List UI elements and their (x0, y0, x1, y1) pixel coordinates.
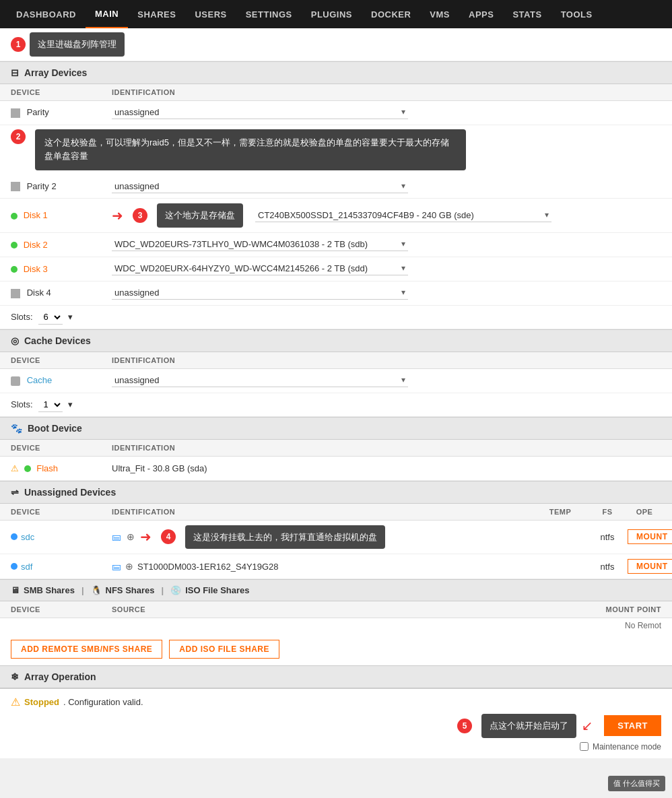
unassigned-icon: ⇌ (11, 487, 19, 498)
disk1-select[interactable]: CT240BX500SSD1_2145337094CF4B9 - 240 GB … (255, 209, 551, 222)
table-row: Disk 4 unassigned (0, 281, 672, 306)
flash-link[interactable]: Flash (36, 463, 58, 473)
disk4-device: Disk 4 (11, 288, 112, 298)
disk2-select[interactable]: WDC_WD20EURS-73TLHY0_WD-WMC4M0361038 - 2… (112, 238, 408, 251)
cache-select[interactable]: unassigned (112, 374, 408, 387)
parity-device: Parity (11, 107, 112, 118)
sdc-row: sdc 🖴 ⊕ ➜ 4 这是没有挂载上去的，我打算直通给虚拟机的盘 ntfs M… (0, 521, 672, 555)
sdf-ope: MOUNT (628, 559, 661, 574)
add-smb-nfs-button[interactable]: ADD REMOTE SMB/NFS SHARE (11, 640, 162, 659)
arrow-icon-3: ➜ (112, 207, 123, 224)
nav-apps[interactable]: APPS (459, 1, 503, 28)
parity2-label: Parity 2 (27, 181, 57, 191)
unassigned-header: ⇌ Unassigned Devices (0, 481, 672, 504)
parity-select[interactable]: unassigned (112, 106, 408, 119)
disk1-id: ➜ 3 这个地方是存储盘 CT240BX500SSD1_2145337094CF… (112, 203, 661, 228)
plus-icon-sdc: ⊕ (127, 531, 135, 542)
disk1-link[interactable]: Disk 1 (24, 210, 48, 220)
array-devices-icon: ⊟ (11, 67, 19, 78)
navigation: DASHBOARD MAIN SHARES USERS SETTINGS PLU… (0, 0, 672, 28)
sdf-dot (11, 563, 18, 570)
start-button[interactable]: START (604, 715, 661, 736)
flash-status-dot (24, 465, 31, 472)
sdf-row: sdf 🖴 ⊕ ST1000DM003-1ER162_S4Y19G28 ntfs… (0, 554, 672, 579)
sdf-fs: ntfs (587, 562, 628, 572)
nav-shares[interactable]: SHARES (128, 1, 185, 28)
nav-tools[interactable]: TOOLS (551, 1, 602, 28)
disk3-status-dot (11, 266, 18, 273)
disk4-id: unassigned (112, 286, 661, 300)
table-row: Parity 2 unassigned (0, 174, 672, 199)
nav-users[interactable]: USERS (185, 1, 236, 28)
disk2-link[interactable]: Disk 2 (24, 240, 48, 250)
sdf-mount-button[interactable]: MOUNT (628, 559, 672, 574)
parity2-select[interactable]: unassigned (112, 180, 408, 193)
boot-table-header: DEVICE IDENTIFICATION (0, 440, 672, 457)
annotation-circle-5: 5 (457, 719, 472, 733)
disk4-square-icon (11, 289, 20, 298)
cache-square-icon (11, 376, 20, 386)
sdc-device: sdc (11, 532, 112, 542)
sdf-link[interactable]: sdf (21, 562, 32, 572)
nav-docker[interactable]: DOCKER (362, 1, 420, 28)
disk1-status-dot (11, 213, 18, 220)
cache-devices-title: Cache Devices (24, 335, 91, 346)
sep2: | (162, 585, 164, 595)
parity2-device: Parity 2 (11, 181, 112, 192)
nav-stats[interactable]: STATS (503, 1, 551, 28)
array-slots-select[interactable]: 6 (38, 310, 63, 325)
iso-label: ISO File Shares (185, 585, 249, 595)
arrow-icon-5: ↘ (580, 720, 596, 731)
col-header-device: DEVICE (11, 88, 112, 96)
cache-slots-select[interactable]: 1 (38, 397, 63, 412)
sdc-mount-button[interactable]: MOUNT (628, 529, 672, 544)
disk2-device: Disk 2 (11, 240, 112, 250)
table-row: Disk 2 WDC_WD20EURS-73TLHY0_WD-WMC4M0361… (0, 233, 672, 257)
stopped-suffix: . Configuration valid. (63, 697, 143, 707)
disk3-device: Disk 3 (11, 264, 112, 274)
nav-dashboard[interactable]: DASHBOARD (7, 1, 86, 28)
sep1: | (81, 585, 84, 595)
cache-link[interactable]: Cache (27, 375, 53, 385)
array-op-controls: 5 点这个就开始启动了 ↘ START (11, 714, 661, 738)
nav-vms[interactable]: VMS (420, 1, 459, 28)
cache-slots-dropdown-icon: ▾ (68, 399, 73, 409)
sdc-link[interactable]: sdc (21, 532, 34, 542)
nav-main[interactable]: MAIN (86, 1, 128, 28)
disk4-select[interactable]: unassigned (112, 286, 408, 300)
disk3-link[interactable]: Disk 3 (24, 264, 48, 274)
sdf-id-value: ST1000DM003-1ER162_S4Y19G28 (137, 562, 279, 572)
smb-icon: 🖥 (11, 585, 20, 595)
disk3-select[interactable]: WDC_WD20EURX-64HYZY0_WD-WCC4M2145266 - 2… (112, 262, 408, 275)
shares-buttons-row: ADD REMOTE SMB/NFS SHARE ADD ISO FILE SH… (0, 633, 672, 665)
array-devices-header: ⊟ Array Devices (0, 61, 672, 84)
table-row: Parity unassigned (0, 101, 672, 125)
disk4-label: Disk 4 (27, 288, 51, 298)
boot-device-header: 🐾 Boot Device (0, 417, 672, 440)
parity-square-icon (11, 108, 20, 118)
maintenance-checkbox[interactable] (580, 742, 589, 751)
sdc-dot (11, 533, 18, 540)
table-row: Cache unassigned (0, 369, 672, 393)
disk1-device: Disk 1 (11, 210, 112, 220)
unassigned-col-device: DEVICE (11, 508, 112, 516)
add-iso-button[interactable]: ADD ISO FILE SHARE (169, 640, 279, 659)
unassigned-col-id: IDENTIFICATION (112, 508, 533, 516)
stopped-label: Stopped (24, 697, 59, 707)
annotation-3: 这个地方是存储盘 (157, 203, 243, 228)
sdc-id: 🖴 ⊕ ➜ 4 这是没有挂载上去的，我打算直通给虚拟机的盘 (112, 525, 533, 550)
annotation-2: 这个是校验盘，可以理解为raid5，但是又不一样，需要注意的就是校验盘的单盘的容… (35, 129, 466, 171)
disk2-id: WDC_WD20EURS-73TLHY0_WD-WMC4M0361038 - 2… (112, 238, 661, 251)
flash-id-value: Ultra_Fit - 30.8 GB (sda) (112, 463, 207, 473)
array-slots-label: Slots: (11, 312, 33, 322)
nav-plugins[interactable]: PLUGINS (302, 1, 362, 28)
disk2-status-dot (11, 242, 18, 248)
sdc-ope: MOUNT (628, 529, 661, 544)
array-op-title: Array Operation (24, 671, 96, 682)
shares-col-source: SOURCE (112, 605, 387, 613)
array-devices-title: Array Devices (24, 67, 87, 78)
shares-table-header: DEVICE SOURCE MOUNT POINT (0, 601, 672, 618)
nav-settings[interactable]: SETTINGS (236, 1, 302, 28)
unassigned-table-header: DEVICE IDENTIFICATION TEMP FS OPE (0, 504, 672, 521)
cache-devices-icon: ◎ (11, 335, 19, 346)
